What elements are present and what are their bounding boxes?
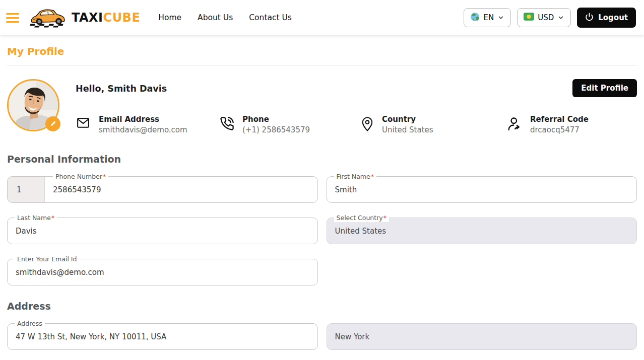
phone-country-code-prefix[interactable]: 1 (8, 177, 45, 202)
profile-divider (76, 107, 637, 107)
brand-logo[interactable]: TAXICUBE (26, 4, 140, 32)
contact-info-row: Email Address smithdavis@demo.com Phone … (76, 115, 637, 134)
brand-name: TAXICUBE (72, 11, 140, 25)
first-name-field: First Name* (327, 176, 637, 203)
phone-number-field: Phone Number* 1 (7, 176, 318, 203)
contact-value: smithdavis@demo.com (99, 125, 187, 134)
contact-value: (+1) 2586543579 (242, 125, 310, 134)
main-nav: Home About Us Contact Us (158, 13, 292, 22)
city-display-input (327, 324, 637, 349)
nav-about-us[interactable]: About Us (198, 13, 233, 22)
title-divider (7, 65, 637, 65)
nav-contact-us[interactable]: Contact Us (249, 13, 292, 22)
contact-country: Country United States (361, 115, 507, 134)
address-label: Address (15, 319, 45, 328)
contact-email: Email Address smithdavis@demo.com (76, 115, 220, 134)
nav-home[interactable]: Home (158, 13, 181, 22)
contact-value: drcaocq5477 (530, 125, 589, 134)
pencil-icon (50, 119, 56, 129)
logout-label: Logout (598, 13, 628, 22)
contact-label: Referral Code (530, 115, 589, 124)
contact-phone: Phone (+1) 2586543579 (220, 115, 361, 134)
address-input[interactable] (8, 324, 317, 349)
grid-spacer (327, 259, 637, 285)
page-title: My Profile (7, 45, 637, 57)
currency-dropdown[interactable]: USD (517, 8, 571, 27)
required-asterisk: * (103, 173, 106, 180)
select-country-label: Select Country* (334, 213, 389, 222)
chevron-down-icon (497, 14, 504, 21)
chevron-down-icon (557, 14, 564, 21)
email-label: Enter Your Email Id (15, 255, 79, 263)
hamburger-menu-icon[interactable] (6, 13, 19, 23)
required-asterisk: * (371, 173, 374, 180)
page-content: My Profile (0, 35, 644, 360)
select-country-field: Select Country* (327, 218, 637, 244)
last-name-field: Last Name* (7, 218, 318, 244)
top-navbar: TAXICUBE Home About Us Contact Us EN (0, 0, 644, 35)
logout-button[interactable]: Logout (577, 8, 636, 28)
currency-value: USD (538, 13, 554, 22)
contact-label: Email Address (99, 115, 187, 124)
city-display-field (327, 323, 637, 350)
profile-details: Hello, Smith Davis Edit Profile Email Ad… (76, 79, 637, 134)
address-form: Address (7, 323, 637, 350)
phone-icon (220, 115, 234, 131)
avatar[interactable] (7, 79, 60, 132)
profile-summary: Hello, Smith Davis Edit Profile Email Ad… (7, 79, 637, 134)
header-actions: EN USD Logout (464, 8, 636, 28)
power-icon (585, 13, 594, 23)
referral-person-icon (507, 115, 522, 131)
first-name-label: First Name* (334, 172, 376, 181)
address-heading: Address (7, 301, 637, 312)
map-pin-icon (361, 115, 374, 132)
envelope-icon (76, 115, 91, 129)
language-value: EN (483, 13, 494, 22)
edit-profile-button[interactable]: Edit Profile (572, 79, 637, 97)
personal-information-heading: Personal Information (7, 154, 637, 165)
required-asterisk: * (51, 214, 54, 222)
email-field: Enter Your Email Id (7, 259, 318, 285)
contact-value: United States (382, 125, 433, 134)
contact-referral-code: Referral Code drcaocq5477 (507, 115, 589, 134)
required-asterisk: * (383, 214, 387, 222)
personal-information-form: Phone Number* 1 First Name* Last Name* S… (7, 176, 637, 285)
greeting-text: Hello, Smith Davis (76, 79, 167, 94)
contact-label: Phone (242, 115, 310, 124)
last-name-label: Last Name* (15, 213, 57, 222)
banknote-icon (524, 13, 534, 23)
globe-icon (470, 12, 480, 24)
contact-label: Country (382, 115, 433, 124)
edit-avatar-button[interactable] (45, 116, 60, 131)
phone-number-label: Phone Number* (53, 172, 108, 181)
language-dropdown[interactable]: EN (464, 8, 511, 27)
address-field: Address (7, 323, 318, 350)
taxi-car-icon (26, 4, 70, 32)
